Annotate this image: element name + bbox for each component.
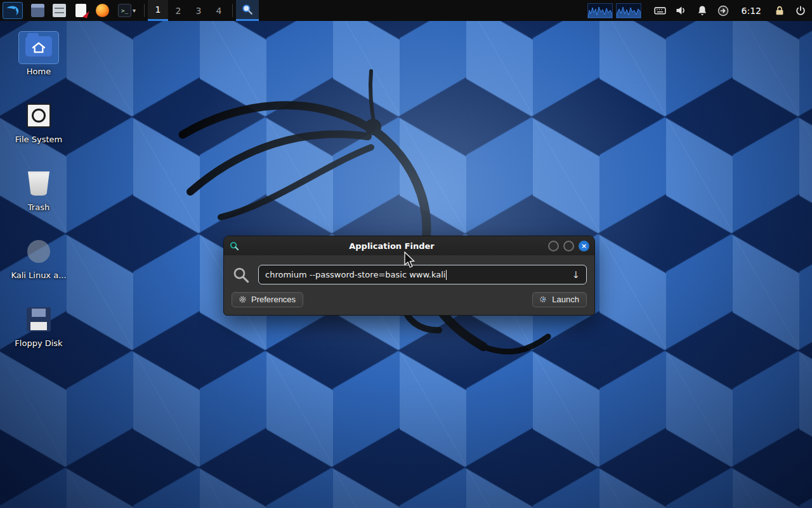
floppy-icon-frame bbox=[19, 304, 58, 335]
workspace-2-button[interactable]: 2 bbox=[168, 0, 188, 21]
text-caret bbox=[446, 270, 447, 280]
applications-menu-button[interactable] bbox=[3, 2, 23, 19]
button-row: Preferences Launch bbox=[232, 292, 587, 307]
system-monitor-graph[interactable] bbox=[587, 3, 613, 18]
system-monitor-graph[interactable] bbox=[616, 3, 641, 18]
taskbar-application-finder-button[interactable] bbox=[236, 0, 259, 21]
kali-dragon-logo bbox=[146, 57, 590, 362]
launcher-text-editor-button[interactable] bbox=[70, 0, 91, 21]
notifications-bell-icon[interactable] bbox=[695, 3, 710, 18]
top-panel: >_ ▾ 1 2 3 4 bbox=[0, 0, 812, 21]
workspace-label: 2 bbox=[176, 6, 181, 16]
workspace-4-button[interactable]: 4 bbox=[209, 0, 229, 21]
desktop-root: >_ ▾ 1 2 3 4 bbox=[0, 0, 812, 508]
workspace-label: 3 bbox=[196, 6, 202, 16]
file-system-drive-icon bbox=[27, 104, 51, 128]
launcher-window-button[interactable] bbox=[27, 0, 48, 21]
desktop-icon-label: Home bbox=[27, 67, 51, 76]
window-icon bbox=[31, 4, 44, 17]
firefox-icon bbox=[96, 4, 109, 17]
trash-icon-frame bbox=[19, 168, 58, 199]
lock-screen-icon[interactable] bbox=[772, 3, 787, 18]
home-icon-frame bbox=[19, 32, 58, 64]
desktop-icon-trash[interactable]: Trash bbox=[5, 168, 72, 236]
keyboard-layout-icon[interactable] bbox=[653, 3, 668, 18]
launch-button[interactable]: Launch bbox=[532, 292, 587, 307]
workspace-label: 4 bbox=[216, 6, 222, 16]
application-finder-window: Application Finder × chromium --password… bbox=[223, 236, 595, 316]
application-finder-icon bbox=[241, 3, 254, 16]
launcher-firefox-button[interactable] bbox=[91, 0, 113, 21]
launcher-terminal-button[interactable]: >_ ▾ bbox=[113, 0, 141, 21]
maximize-button[interactable] bbox=[563, 241, 574, 251]
workspace-3-button[interactable]: 3 bbox=[188, 0, 209, 21]
chevron-down-icon[interactable]: ▾ bbox=[133, 7, 136, 14]
desktop-icon-label: Kali Linux a... bbox=[11, 271, 66, 280]
clock[interactable]: 6:12 bbox=[737, 6, 766, 16]
text-editor-icon bbox=[75, 4, 86, 17]
mouse-cursor bbox=[403, 251, 416, 269]
close-button[interactable]: × bbox=[579, 241, 589, 251]
history-dropdown-icon[interactable]: ↓ bbox=[570, 269, 581, 281]
trash-can-icon bbox=[28, 171, 49, 196]
preferences-button[interactable]: Preferences bbox=[232, 292, 303, 307]
floppy-disk-icon bbox=[27, 307, 51, 331]
close-icon: × bbox=[581, 243, 587, 250]
desktop-icon-floppy[interactable]: Floppy Disk bbox=[5, 304, 72, 371]
workspace-1-button[interactable]: 1 bbox=[148, 0, 168, 21]
workspace-label: 1 bbox=[155, 4, 161, 15]
preferences-label: Preferences bbox=[251, 295, 296, 304]
search-input-value: chromium --password-store=basic www.kali bbox=[265, 270, 445, 279]
desktop-icon-list: Home File System Trash Kali Linux a... F bbox=[5, 32, 72, 371]
panel-left-group: >_ ▾ 1 2 3 4 bbox=[3, 0, 259, 21]
file-system-icon-frame bbox=[19, 100, 58, 131]
window-titlebar-app-icon bbox=[229, 241, 240, 251]
minimize-button[interactable] bbox=[548, 241, 559, 251]
search-icon bbox=[232, 265, 251, 284]
desktop-icon-label: Floppy Disk bbox=[15, 338, 62, 348]
system-monitor-graphs[interactable] bbox=[587, 0, 641, 21]
volume-icon[interactable] bbox=[674, 3, 689, 18]
desktop-icon-home[interactable]: Home bbox=[5, 32, 72, 100]
launcher-file-manager-button[interactable] bbox=[48, 0, 70, 21]
kali-volume-icon bbox=[27, 240, 50, 263]
logout-power-icon[interactable] bbox=[793, 3, 808, 18]
system-tray: 6:12 bbox=[653, 0, 808, 21]
file-manager-icon bbox=[53, 4, 66, 17]
kali-logo-icon bbox=[6, 4, 20, 18]
search-input[interactable]: chromium --password-store=basic www.kali… bbox=[258, 265, 587, 284]
launch-icon bbox=[539, 295, 548, 304]
window-title: Application Finder bbox=[240, 241, 544, 251]
panel-separator bbox=[144, 4, 145, 17]
launch-label: Launch bbox=[552, 295, 579, 304]
dragon-head bbox=[365, 119, 381, 135]
desktop-icon-file-system[interactable]: File System bbox=[5, 100, 72, 168]
kali-volume-icon-frame bbox=[19, 236, 58, 267]
gear-icon bbox=[238, 295, 247, 304]
panel-spacer bbox=[259, 0, 587, 21]
terminal-prompt-glyph: >_ bbox=[121, 8, 128, 14]
terminal-icon: >_ bbox=[118, 4, 131, 17]
desktop-icon-kali-volume[interactable]: Kali Linux a... bbox=[5, 236, 72, 304]
panel-separator bbox=[232, 4, 233, 17]
desktop-icon-label: File System bbox=[15, 135, 62, 144]
update-status-icon[interactable] bbox=[716, 3, 731, 18]
desktop-icon-label: Trash bbox=[28, 203, 49, 212]
home-folder-icon bbox=[25, 36, 52, 59]
